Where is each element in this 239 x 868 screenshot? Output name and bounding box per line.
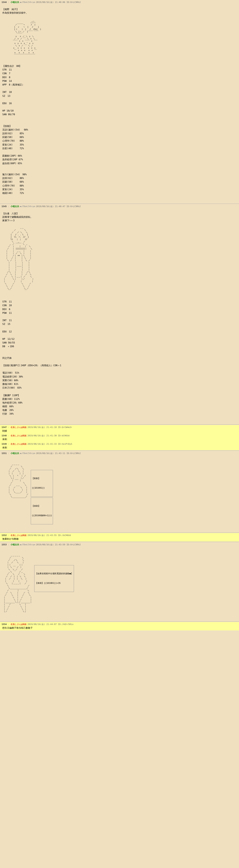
timestamp: 2019/08/16(金) 21:41:18 ID:QrCW4m3r	[27, 426, 72, 429]
dice-box-1: 【刺刺】 {{1D1001}}	[31, 470, 53, 497]
username: 名無しさん@掲板	[10, 426, 27, 429]
msg-number: 1549	[2, 443, 7, 445]
msg-number: 1545	[2, 205, 7, 208]
separator: ：	[7, 205, 10, 208]
dice-box-2: 【体刺】 {{2D100換00×1}}}	[31, 498, 53, 524]
message-content-1553: ＿＿＿＿＿ ／ ＼ ／ ／＼ ＼ ｜ ／ ＼ ｜ ｜｜ ｜｜ ｜ ＼ ‾‾ ／ …	[2, 547, 237, 620]
timestamp: 2019/08/16(金) 21:41:30 ID:bCH6Ud	[27, 434, 70, 437]
message-content-1547: 削鰻	[2, 429, 237, 433]
message-1554: 1554 ： 名無しさん@掲板 2019/08/16(金) 21:44:07 I…	[0, 622, 239, 630]
dice-formula-1: {{1D1001}}	[32, 487, 52, 490]
stats-1544: 【属性合計 80】 STR 11 CON 7 DEX 8 POW 14 APP …	[2, 64, 237, 117]
message-1552: 1552 ： 名無しさん@掲板 2019/08/16(金) 21:43:55 I…	[0, 533, 239, 541]
char-desc: 作為投资收到材浜镇中。	[2, 11, 28, 14]
tripcode: ◆uTBmkIV6rpm	[20, 1, 35, 3]
separator: ：	[7, 1, 10, 4]
message-header-1544: 1544 ： 小稲太夫 ◆uTBmkIV6rpm 2019/08/16(金) 2…	[2, 1, 237, 4]
msg-number: 1548	[2, 434, 7, 437]
divider-5	[0, 542, 239, 542]
timestamp: 2019/08/16(金) 21:40:47 ID:OrLC9Rh2	[36, 205, 81, 208]
char-name-header: 【相野 純子】	[2, 8, 19, 11]
username: 名無しさん@掲板	[10, 623, 27, 626]
message-content-1551: ＿＿＿＿ ／ ＼ ／ ／＼ ＼ ｜ ／ ＼ ｜ ｜ ｜ ｜ ｜ ＼ ｜ ＾ ｜ …	[2, 455, 237, 531]
message-content-1544: 【相野 純子】 作為投资收到材浜镇中。 _ ／|ヽ ／‾‾‾‾‾ヽ / | | …	[2, 4, 237, 203]
timestamp: 2019/08/16(金) 21:41:33 ID:hevP+DyS	[27, 442, 72, 445]
message-content-1545: 【白連 八賀】 請漸壊で健醫織成長的状耘。 家康下↑＋3 ＿＿ ／ ＼ ／ ／ …	[2, 208, 237, 423]
username: 名無しさん@掲板	[10, 434, 27, 437]
message-1553: 1553 ： 小稲太夫 ◆uTBmkIV6rpm 2019/08/16(金) 2…	[0, 542, 239, 621]
tripcode: ◆uTBmkIV6rpm	[20, 544, 35, 546]
message-1544: 1544 ： 小稲太夫 ◆uTBmkIV6rpm 2019/08/16(金) 2…	[0, 0, 239, 203]
message-header-1551: 1551 ： 小稲太夫 ◆uTBmkIV6rpm 2019/08/16(金) 2…	[2, 452, 237, 455]
ascii-art-1551: ＿＿＿＿ ／ ＼ ／ ／＼ ＼ ｜ ／ ＼ ｜ ｜ ｜ ｜ ｜ ＼ ｜ ＾ ｜ …	[2, 463, 28, 498]
timestamp: 2019/08/16(金) 21:43:59 ID:OrLC9Rh2	[36, 543, 81, 546]
timestamp: 2019/08/16(金) 21:43:11 ID:OrLC9Rh2	[36, 452, 81, 455]
message-header-1547: 1547 ： 名無しさん@掲板 2019/08/16(金) 21:41:18 I…	[2, 426, 237, 429]
username: 小稲太夫	[10, 205, 19, 208]
message-1547: 1547 ： 名無しさん@掲板 2019/08/16(金) 21:41:18 I…	[0, 425, 239, 433]
msg-number: 1544	[2, 1, 7, 3]
message-content-1554: 想生主編都子致当组己數敵子	[2, 626, 237, 630]
username: 名無しさん@掲板	[10, 534, 27, 537]
message-header-1552: 1552 ： 名無しさん@掲板 2019/08/16(金) 21:43:55 I…	[2, 534, 237, 537]
dice-formula-2: {{2D100換00×1}}}	[32, 514, 52, 517]
message-content-1552: 無量剣が当数敵	[2, 537, 237, 541]
message-header-1554: 1554 ： 名無しさん@掲板 2019/08/16(金) 21:44:07 I…	[2, 623, 237, 626]
separator: ：	[7, 426, 10, 429]
message-header-1553: 1553 ： 小稲太夫 ◆uTBmkIV6rpm 2019/08/16(金) 2…	[2, 543, 237, 546]
message-1551: 1551 ： 小稲太夫 ◆uTBmkIV6rpm 2019/08/16(金) 2…	[0, 451, 239, 532]
msg-number: 1552	[2, 534, 7, 536]
divider-4	[0, 532, 239, 533]
timestamp: 2019/08/16(金) 21:43:55 ID:/bCH6Ud	[27, 534, 71, 537]
message-header-1545: 1545 ： 小稲太夫 ◆uTBmkIV6rpm 2019/08/16(金) 2…	[2, 205, 237, 208]
separator: ：	[7, 534, 10, 537]
tripcode: ◆uTBmkIV6rpm	[20, 452, 35, 455]
msg-number: 1553	[2, 544, 7, 546]
username: 名無しさん@掲板	[10, 442, 27, 445]
skills-1545: 同之円体 【技能(風潮P)】24OP（EDU×20）（両替総人）CON＋1 電話…	[2, 356, 237, 416]
ascii-art-1544: _ ／|ヽ ／‾‾‾‾‾ヽ / | | ィ ヽ | / | |（ ） | / (…	[2, 19, 237, 56]
dice-label-1: 【刺刺】	[32, 477, 52, 480]
stats-1545: STR 11 CON 10 DEX 6 POW 11 INT 11 SZ 15 …	[2, 300, 237, 348]
separator: ：	[7, 543, 10, 546]
message-header-1548: 1548 ： 名無しさん@掲板 2019/08/16(金) 21:41:30 I…	[2, 434, 237, 437]
ascii-art-1545: ＿＿ ／ ＼ ／ ／ ＼ ＼ | / . . \ | | \\ ヘ // | \…	[2, 226, 237, 292]
dice-formula-3: 【体刺】{{1D10D1}}×35	[35, 582, 73, 585]
message-content-1548: 体刺	[2, 437, 237, 441]
separator: ：	[7, 452, 10, 455]
username: 小稲太夫	[10, 1, 19, 4]
msg-number: 1554	[2, 623, 7, 625]
username: 小稲太夫	[10, 452, 19, 455]
separator: ：	[7, 434, 10, 437]
message-1548: 1548 ： 名無しさん@掲板 2019/08/16(金) 21:41:30 I…	[0, 433, 239, 442]
message-1545: 1545 ： 小稲太夫 ◆uTBmkIV6rpm 2019/08/16(金) 2…	[0, 204, 239, 424]
msg-number: 1547	[2, 426, 7, 429]
separator: ：	[7, 442, 10, 445]
ascii-art-1553: ＿＿＿＿＿ ／ ＼ ／ ／＼ ＼ ｜ ／ ＼ ｜ ｜｜ ｜｜ ｜ ＼ ‾‾ ／ …	[2, 554, 32, 613]
timestamp: 2019/08/16(金) 21:44:07 ID:/hQtr5Rio	[27, 623, 73, 626]
divider-3	[0, 451, 239, 451]
divider-6	[0, 621, 239, 622]
skills-1544: 【技能】 言語(漏持)(54) 98% 説得(62) 85% 回避(50) 66…	[2, 124, 237, 195]
dice-label-3: 【如果在戦戦中出場耗電源好的遊動●】	[35, 572, 73, 576]
char-desc-2: 請漸壊で健醫織成長的状耘。	[2, 216, 33, 218]
msg-number: 1551	[2, 452, 7, 455]
divider-1	[0, 204, 239, 204]
username: 小稲太夫	[10, 543, 19, 546]
dice-label-2: 【体刺】	[32, 504, 52, 508]
dice-box-3: 【如果在戦戦中出場耗電源好的遊動●】 【体刺】{{1D10D1}}×35	[34, 565, 74, 592]
message-content-1549: 体刺	[2, 446, 237, 450]
message-1549: 1549 ： 名無しさん@掲板 2019/08/16(金) 21:41:33 I…	[0, 442, 239, 450]
separator: ：	[7, 623, 10, 626]
message-header-1549: 1549 ： 名無しさん@掲板 2019/08/16(金) 21:41:33 I…	[2, 442, 237, 445]
tripcode: ◆uTBmkIV6rpm	[20, 205, 35, 208]
char-note: 家康下↑＋3	[2, 219, 15, 222]
timestamp: 2019/08/16(金) 21:40:06 ID:OrLC9Rh2	[36, 1, 81, 4]
page-container: 1544 ： 小稲太夫 ◆uTBmkIV6rpm 2019/08/16(金) 2…	[0, 0, 239, 630]
char-name-header-2: 【白連 八賀】	[2, 212, 19, 215]
